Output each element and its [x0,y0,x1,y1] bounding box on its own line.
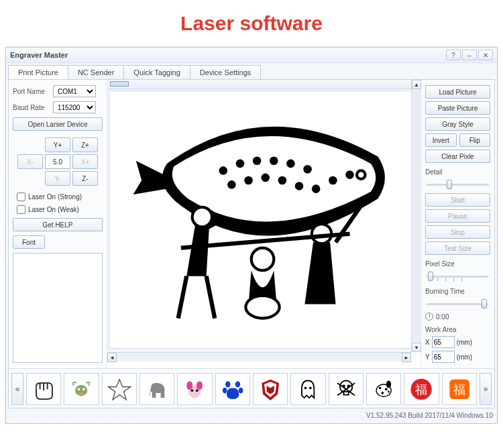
window-minimize-button[interactable]: – [462,50,477,60]
svg-point-8 [262,173,270,182]
window-help-button[interactable]: ? [446,50,461,60]
jog-y-minus-button[interactable]: Y- [45,171,70,186]
gallery-item-paw[interactable] [215,373,250,405]
work-area-x-unit: (mm) [457,339,472,346]
flip-button[interactable]: Flip [459,133,491,147]
gallery-item-fu-red[interactable]: 福 [404,373,439,405]
get-help-button[interactable]: Get HELP [13,218,103,231]
svg-point-33 [304,386,307,389]
canvas[interactable] [109,91,411,349]
jog-x-plus-button[interactable]: X+ [72,154,98,169]
burning-time-slider[interactable] [425,298,490,310]
svg-point-13 [346,170,355,179]
invert-button[interactable]: Invert [425,133,457,147]
gallery-item-fu-orange[interactable]: 福 [442,373,477,405]
gallery-item-autobot[interactable] [253,373,288,405]
scrollbar-horizontal[interactable]: ◄ ► [107,352,411,361]
font-button[interactable]: Font [13,235,45,249]
svg-point-40 [379,386,382,389]
canvas-area: ◄ ► ▲ ▼ [107,80,421,361]
svg-point-15 [358,172,364,177]
port-name-select[interactable]: COM1 [53,85,96,97]
scrollbar-vertical[interactable]: ▲ ▼ [411,80,421,352]
work-area-y-label: Y [425,353,430,361]
work-area-x-label: X [425,339,430,346]
svg-point-41 [385,388,388,390]
open-laser-device-button[interactable]: Open Larser Device [13,117,103,131]
status-bar: V1.52.95.243 Build 2017/11/4 Windows 10 [6,410,497,423]
gallery-prev-button[interactable]: « [11,373,23,405]
stop-button[interactable]: Stop [425,225,490,239]
svg-point-43 [388,390,390,392]
svg-point-21 [78,388,80,390]
page-title: Laser software [0,0,503,47]
laser-weak-checkbox[interactable]: Laser On (Weak) [17,205,103,214]
svg-point-22 [82,388,85,390]
svg-point-16 [192,207,212,227]
jog-x-minus-button[interactable]: X- [17,154,43,169]
text-input-area[interactable] [13,253,103,363]
svg-point-25 [187,381,193,390]
svg-point-30 [235,381,239,387]
load-picture-button[interactable]: Load Picture [425,85,490,99]
gallery: « 福福 » [9,368,494,408]
laser-strong-checkbox[interactable]: Laser On (Strong) [17,192,103,201]
detail-slider[interactable] [425,178,490,190]
svg-point-12 [329,176,337,184]
svg-rect-38 [343,392,348,395]
app-window: Engraver Master ? – ✕ Print Picture NC S… [5,47,498,424]
tab-quick-tagging[interactable]: Quick Tagging [123,65,190,79]
work-area-y-input[interactable] [432,351,455,363]
svg-point-1 [236,159,245,168]
gallery-next-button[interactable]: » [480,373,492,405]
gallery-item-dalmatian[interactable] [366,373,401,405]
jog-step-input[interactable]: 5.0 [45,154,70,169]
svg-point-42 [381,392,384,394]
ruler-handle[interactable] [110,81,129,87]
gallery-item-ghost[interactable] [290,373,325,405]
test-size-button[interactable]: Test Size [425,241,490,255]
svg-point-23 [78,392,85,396]
svg-point-6 [227,180,236,189]
clock-icon [425,313,433,321]
tab-print-picture[interactable]: Print Picture [8,65,68,79]
timer: 0:00 [425,313,490,321]
svg-point-28 [196,389,199,392]
svg-point-11 [312,184,321,193]
scroll-up-arrow[interactable]: ▲ [412,80,421,89]
svg-point-17 [252,247,274,270]
jog-y-plus-button[interactable]: Y+ [45,137,70,152]
port-name-label: Port Name [13,88,50,95]
laser-weak-input[interactable] [17,205,25,214]
gray-style-button[interactable]: Gray Style [425,117,490,131]
gallery-item-fist[interactable] [26,373,61,405]
jog-z-plus-button[interactable]: Z+ [72,137,98,152]
svg-point-5 [304,165,313,174]
work-area-x-input[interactable] [432,336,455,348]
scroll-left-arrow[interactable]: ◄ [107,353,117,362]
laser-strong-input[interactable] [17,192,25,201]
window-close-button[interactable]: ✕ [478,50,493,60]
paste-picture-button[interactable]: Paste Picture [425,101,490,115]
gallery-item-elephant[interactable] [139,373,174,405]
gallery-item-star[interactable] [102,373,137,405]
gallery-item-puppy[interactable] [177,373,212,405]
gallery-item-bull[interactable] [64,373,99,405]
svg-point-10 [295,182,304,190]
work-area-label: Work Area [425,326,490,333]
svg-point-34 [309,386,312,389]
canvas-artwork [125,107,406,333]
svg-point-7 [245,176,254,184]
timer-value: 0:00 [436,313,449,321]
baud-rate-select[interactable]: 115200 [53,101,96,113]
gallery-item-skull[interactable] [329,373,364,405]
pixel-size-slider[interactable] [425,270,490,282]
tab-device-settings[interactable]: Device Settings [190,65,261,79]
scroll-down-arrow[interactable]: ▼ [412,343,421,352]
tab-nc-sender[interactable]: NC Sender [68,65,124,79]
start-button[interactable]: Start [425,193,490,207]
jog-z-minus-button[interactable]: Z- [72,171,98,186]
scroll-right-arrow[interactable]: ► [402,353,411,362]
pause-button[interactable]: Pause [425,209,490,223]
clear-pixle-button[interactable]: Clear Pixle [425,150,490,163]
